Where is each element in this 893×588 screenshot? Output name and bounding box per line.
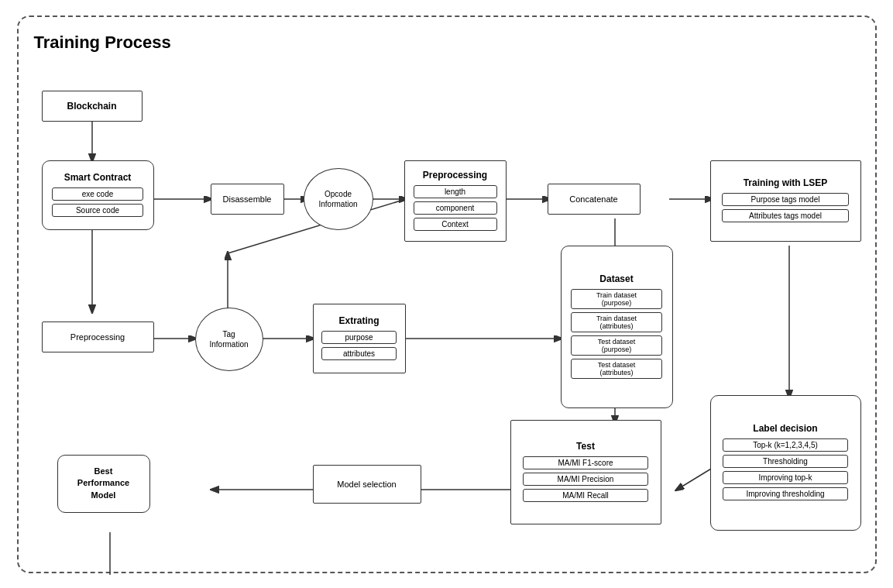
extracting-label: Extrating — [338, 315, 379, 326]
preprocessing-bottom-box: Preprocessing — [42, 322, 154, 352]
purpose-box: purpose — [321, 331, 397, 344]
diagram-title: Training Process — [34, 33, 860, 53]
mami-recall-box: MA/MI Recall — [523, 489, 649, 502]
disassemble-label: Disassemble — [223, 194, 272, 204]
thresholding-box: Thresholding — [723, 455, 849, 468]
preprocessing-bottom-label: Preprocessing — [70, 332, 125, 342]
top-k-box: Top-k (k=1,2,3,4,5) — [723, 438, 849, 452]
mami-precision-box: MA/MI Precision — [523, 473, 649, 486]
exe-code-box: exe code — [52, 187, 143, 201]
concatenate-box: Concatenate — [548, 184, 641, 215]
test-label: Test — [576, 441, 595, 452]
mami-f1-box: MA/MI F1-score — [523, 456, 649, 469]
test-dataset-purpose-box: Test dataset (purpose) — [571, 335, 662, 356]
label-decision-label: Label decision — [753, 423, 817, 434]
smart-contract-label: Smart Contract — [64, 172, 132, 183]
opcode-circle: OpcodeInformation — [304, 168, 373, 230]
attributes-tags-model-box: Attributes tags model — [722, 209, 850, 222]
source-code-box: Source code — [52, 204, 143, 217]
component-box: component — [414, 201, 497, 215]
dataset-label: Dataset — [599, 273, 633, 284]
disassemble-box: Disassemble — [211, 184, 284, 215]
test-dataset-attributes-box: Test dataset (attributes) — [571, 359, 662, 379]
diagram-container: Training Process — [17, 15, 877, 573]
test-box: Test MA/MI F1-score MA/MI Precision MA/M… — [510, 420, 661, 524]
improving-top-k-box: Improving top-k — [723, 471, 849, 484]
label-decision-box: Label decision Top-k (k=1,2,3,4,5) Thres… — [710, 395, 861, 531]
length-box: length — [414, 185, 497, 198]
blockchain-box: Blockchain — [42, 91, 143, 122]
preprocessing-top-box: Preprocessing length component Context — [404, 160, 507, 242]
training-lsep-label: Training with LSEP — [744, 177, 828, 188]
purpose-tags-model-box: Purpose tags model — [722, 193, 850, 206]
extracting-box: Extrating purpose attributes — [313, 304, 406, 373]
tag-info-label: TagInformation — [209, 329, 248, 349]
context-box: Context — [414, 218, 497, 231]
improving-thresholding-box: Improving thresholding — [723, 487, 849, 500]
dataset-box: Dataset Train dataset (purpose) Train da… — [561, 246, 673, 408]
train-dataset-purpose-box: Train dataset (purpose) — [571, 289, 662, 309]
attributes-box: attributes — [321, 347, 397, 360]
opcode-label: OpcodeInformation — [318, 189, 357, 209]
train-dataset-attributes-box: Train dataset (attributes) — [571, 312, 662, 332]
smart-contract-box: Smart Contract exe code Source code — [42, 160, 154, 230]
concatenate-label: Concatenate — [569, 194, 617, 204]
tag-info-circle: TagInformation — [195, 308, 263, 371]
best-performance-label: BestPerformanceModel — [77, 466, 129, 501]
model-selection-box: Model selection — [313, 465, 421, 504]
preprocessing-top-label: Preprocessing — [423, 170, 487, 181]
best-performance-box: BestPerformanceModel — [57, 455, 150, 513]
model-selection-label: Model selection — [337, 480, 396, 489]
blockchain-label: Blockchain — [67, 101, 116, 112]
training-lsep-box: Training with LSEP Purpose tags model At… — [710, 160, 861, 242]
